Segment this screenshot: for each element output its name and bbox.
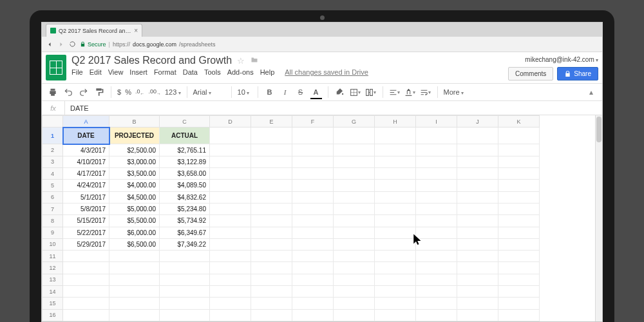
url-field[interactable]: Secure | https://docs.google.com/spreads… (80, 41, 215, 48)
cell[interactable]: $4,089.50 (160, 180, 210, 191)
font-size-dropdown[interactable]: 10 (238, 88, 252, 96)
cell[interactable] (109, 262, 160, 274)
spreadsheet-grid[interactable]: ABCDEFGHIJK 1DATEPROJECTEDACTUAL24/3/201… (42, 115, 602, 321)
vertical-align-button[interactable] (404, 86, 416, 98)
cell[interactable] (416, 144, 457, 156)
cell[interactable] (457, 191, 498, 203)
cell[interactable] (63, 262, 109, 274)
cell[interactable]: 4/24/2017 (63, 180, 109, 191)
cell[interactable] (292, 168, 334, 180)
column-header[interactable]: C (160, 116, 210, 128)
cell[interactable] (498, 227, 540, 238)
cell[interactable] (334, 128, 375, 144)
cell[interactable] (160, 251, 210, 262)
cell[interactable] (375, 168, 416, 180)
cell[interactable] (251, 227, 292, 238)
cell[interactable] (375, 203, 416, 214)
cell[interactable] (457, 286, 498, 298)
cell[interactable] (334, 191, 375, 203)
bold-button[interactable]: B (264, 86, 276, 98)
cell[interactable]: $7,349.22 (160, 238, 210, 250)
row-header[interactable]: 4 (43, 168, 63, 180)
column-header[interactable]: G (334, 116, 375, 128)
cell[interactable] (292, 309, 334, 321)
cell[interactable] (63, 274, 109, 285)
cell[interactable] (498, 144, 540, 156)
cell[interactable]: $5,500.00 (109, 215, 160, 227)
cell[interactable] (498, 191, 540, 203)
cell[interactable]: $4,500.00 (109, 191, 160, 203)
cell[interactable] (416, 309, 457, 321)
cell[interactable]: $4,000.00 (109, 180, 160, 191)
cell[interactable] (457, 215, 498, 227)
cell[interactable] (498, 238, 540, 250)
row-header[interactable]: 7 (43, 203, 63, 214)
cell[interactable]: $5,000.00 (109, 203, 160, 214)
cell[interactable] (292, 251, 334, 262)
column-header[interactable]: E (251, 116, 292, 128)
italic-button[interactable]: I (279, 86, 291, 98)
cell[interactable] (251, 180, 292, 191)
cell[interactable] (292, 191, 334, 203)
cell[interactable] (375, 274, 416, 285)
cell[interactable] (251, 238, 292, 250)
reload-icon[interactable] (69, 41, 76, 48)
column-header[interactable]: F (292, 116, 334, 128)
cell[interactable] (416, 156, 457, 167)
format-currency-button[interactable]: $ (117, 88, 121, 96)
cell[interactable] (498, 156, 540, 167)
row-header[interactable]: 16 (43, 309, 63, 321)
menu-format[interactable]: Format (154, 68, 176, 76)
cell[interactable]: $2,500.00 (109, 144, 160, 156)
back-icon[interactable] (46, 41, 53, 48)
cell[interactable]: $2,765.11 (160, 144, 210, 156)
cell[interactable] (334, 262, 375, 274)
select-all-corner[interactable] (43, 116, 63, 128)
cell[interactable]: $3,000.00 (109, 156, 160, 167)
cell[interactable] (251, 215, 292, 227)
cell[interactable] (292, 286, 334, 298)
number-format-dropdown[interactable]: 123 (165, 88, 181, 96)
cell[interactable]: 5/1/2017 (63, 191, 109, 203)
cell[interactable] (251, 286, 292, 298)
row-header[interactable]: 6 (43, 191, 63, 203)
cell[interactable] (375, 191, 416, 203)
cell[interactable] (210, 215, 251, 227)
cell[interactable] (109, 286, 160, 298)
cell[interactable] (334, 168, 375, 180)
horizontal-align-button[interactable] (389, 86, 401, 98)
cell[interactable]: 4/17/2017 (63, 168, 109, 180)
cell[interactable] (375, 128, 416, 144)
cell[interactable]: 5/29/2017 (63, 238, 109, 250)
cell[interactable] (334, 298, 375, 309)
row-header[interactable]: 11 (43, 251, 63, 262)
cell[interactable] (109, 298, 160, 309)
text-wrap-button[interactable] (420, 86, 431, 98)
cell[interactable] (457, 168, 498, 180)
cell[interactable] (457, 238, 498, 250)
cell[interactable] (160, 298, 210, 309)
format-percent-button[interactable]: % (125, 88, 131, 96)
cell[interactable] (251, 128, 292, 144)
cell[interactable] (334, 144, 375, 156)
cell[interactable]: 5/15/2017 (63, 215, 109, 227)
row-header[interactable]: 1 (43, 128, 63, 144)
column-header[interactable]: J (457, 116, 498, 128)
cell[interactable] (416, 262, 457, 274)
paint-format-icon[interactable] (93, 86, 105, 98)
cell[interactable] (109, 309, 160, 321)
cell[interactable]: ACTUAL (160, 128, 210, 144)
cell[interactable] (416, 180, 457, 191)
cell[interactable] (375, 298, 416, 309)
decrease-decimal-button[interactable]: .0← (135, 88, 145, 96)
cell[interactable] (292, 274, 334, 285)
redo-icon[interactable] (78, 86, 90, 98)
cell[interactable] (375, 215, 416, 227)
row-header[interactable]: 15 (43, 298, 63, 309)
menu-help[interactable]: Help (260, 68, 275, 76)
vertical-scrollbar[interactable] (596, 117, 601, 142)
cell[interactable] (416, 168, 457, 180)
menu-edit[interactable]: Edit (90, 68, 102, 76)
user-email[interactable]: mikechang@ink-42.com (525, 56, 598, 63)
cell[interactable] (210, 180, 251, 191)
